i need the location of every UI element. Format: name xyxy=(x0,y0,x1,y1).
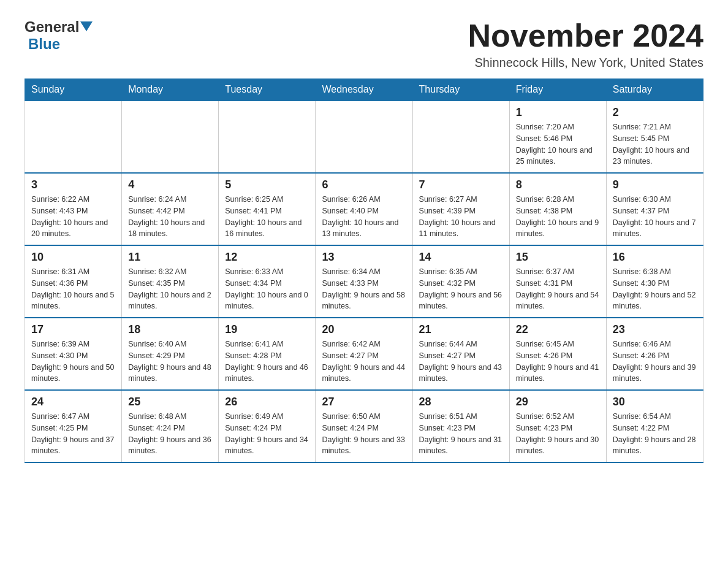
calendar-day-header: Monday xyxy=(122,79,219,101)
calendar-day-cell: 25Sunrise: 6:48 AMSunset: 4:24 PMDayligh… xyxy=(122,390,219,462)
calendar-week-row: 24Sunrise: 6:47 AMSunset: 4:25 PMDayligh… xyxy=(25,390,703,462)
calendar-day-cell xyxy=(219,101,316,173)
day-info: Sunrise: 6:24 AMSunset: 4:42 PMDaylight:… xyxy=(128,194,212,240)
day-info: Sunrise: 6:50 AMSunset: 4:24 PMDaylight:… xyxy=(322,411,406,457)
day-number: 25 xyxy=(128,396,212,408)
day-info: Sunrise: 6:48 AMSunset: 4:24 PMDaylight:… xyxy=(128,411,212,457)
calendar-day-cell: 18Sunrise: 6:40 AMSunset: 4:29 PMDayligh… xyxy=(122,318,219,390)
day-info: Sunrise: 6:44 AMSunset: 4:27 PMDaylight:… xyxy=(419,339,503,385)
day-info: Sunrise: 6:45 AMSunset: 4:26 PMDaylight:… xyxy=(516,339,600,385)
calendar-day-header: Thursday xyxy=(412,79,509,101)
day-number: 6 xyxy=(322,178,406,191)
calendar-day-cell: 5Sunrise: 6:25 AMSunset: 4:41 PMDaylight… xyxy=(219,173,316,245)
calendar-week-row: 1Sunrise: 7:20 AMSunset: 5:46 PMDaylight… xyxy=(25,101,703,173)
calendar-day-cell: 7Sunrise: 6:27 AMSunset: 4:39 PMDaylight… xyxy=(412,173,509,245)
day-info: Sunrise: 6:51 AMSunset: 4:23 PMDaylight:… xyxy=(419,411,503,457)
day-number: 18 xyxy=(128,323,212,336)
day-number: 5 xyxy=(225,178,309,191)
day-number: 7 xyxy=(419,178,503,191)
page-header: General Blue November 2024 Shinnecock Hi… xyxy=(25,18,703,70)
calendar-day-cell: 9Sunrise: 6:30 AMSunset: 4:37 PMDaylight… xyxy=(606,173,703,245)
day-number: 12 xyxy=(225,251,309,264)
calendar-day-cell: 20Sunrise: 6:42 AMSunset: 4:27 PMDayligh… xyxy=(316,318,412,390)
day-info: Sunrise: 6:34 AMSunset: 4:33 PMDaylight:… xyxy=(322,266,406,312)
day-info: Sunrise: 6:28 AMSunset: 4:38 PMDaylight:… xyxy=(516,194,600,240)
calendar-day-header: Sunday xyxy=(25,79,122,101)
calendar-week-row: 10Sunrise: 6:31 AMSunset: 4:36 PMDayligh… xyxy=(25,245,703,318)
calendar-day-cell: 8Sunrise: 6:28 AMSunset: 4:38 PMDaylight… xyxy=(509,173,606,245)
day-info: Sunrise: 6:40 AMSunset: 4:29 PMDaylight:… xyxy=(128,339,212,385)
day-number: 2 xyxy=(613,106,697,119)
day-number: 22 xyxy=(516,323,600,336)
calendar-day-cell: 16Sunrise: 6:38 AMSunset: 4:30 PMDayligh… xyxy=(606,245,703,318)
calendar-day-cell: 28Sunrise: 6:51 AMSunset: 4:23 PMDayligh… xyxy=(412,390,509,462)
day-info: Sunrise: 7:21 AMSunset: 5:45 PMDaylight:… xyxy=(613,121,697,167)
day-number: 4 xyxy=(128,178,212,191)
calendar-day-cell: 23Sunrise: 6:46 AMSunset: 4:26 PMDayligh… xyxy=(606,318,703,390)
day-info: Sunrise: 6:22 AMSunset: 4:43 PMDaylight:… xyxy=(31,194,115,240)
calendar-day-cell: 27Sunrise: 6:50 AMSunset: 4:24 PMDayligh… xyxy=(316,390,412,462)
day-info: Sunrise: 6:32 AMSunset: 4:35 PMDaylight:… xyxy=(128,266,212,312)
day-number: 15 xyxy=(516,251,600,264)
day-number: 21 xyxy=(419,323,503,336)
logo-blue-text: Blue xyxy=(28,36,60,53)
calendar-day-cell: 22Sunrise: 6:45 AMSunset: 4:26 PMDayligh… xyxy=(509,318,606,390)
calendar-day-header: Wednesday xyxy=(316,79,412,101)
svg-marker-0 xyxy=(80,21,93,31)
location-title: Shinnecock Hills, New York, United State… xyxy=(468,56,703,70)
day-number: 30 xyxy=(613,396,697,408)
calendar-day-cell: 17Sunrise: 6:39 AMSunset: 4:30 PMDayligh… xyxy=(25,318,122,390)
day-info: Sunrise: 6:41 AMSunset: 4:28 PMDaylight:… xyxy=(225,339,309,385)
day-number: 9 xyxy=(613,178,697,191)
calendar-day-header: Friday xyxy=(509,79,606,101)
day-number: 28 xyxy=(419,396,503,408)
calendar-day-cell: 10Sunrise: 6:31 AMSunset: 4:36 PMDayligh… xyxy=(25,245,122,318)
calendar-day-cell: 3Sunrise: 6:22 AMSunset: 4:43 PMDaylight… xyxy=(25,173,122,245)
day-number: 23 xyxy=(613,323,697,336)
calendar-day-cell: 4Sunrise: 6:24 AMSunset: 4:42 PMDaylight… xyxy=(122,173,219,245)
day-number: 10 xyxy=(31,251,115,264)
day-number: 26 xyxy=(225,396,309,408)
calendar-day-cell: 12Sunrise: 6:33 AMSunset: 4:34 PMDayligh… xyxy=(219,245,316,318)
day-number: 3 xyxy=(31,178,115,191)
day-info: Sunrise: 6:30 AMSunset: 4:37 PMDaylight:… xyxy=(613,194,697,240)
calendar-day-cell: 15Sunrise: 6:37 AMSunset: 4:31 PMDayligh… xyxy=(509,245,606,318)
day-info: Sunrise: 6:54 AMSunset: 4:22 PMDaylight:… xyxy=(613,411,697,457)
calendar-day-cell: 30Sunrise: 6:54 AMSunset: 4:22 PMDayligh… xyxy=(606,390,703,462)
day-number: 29 xyxy=(516,396,600,408)
day-info: Sunrise: 6:33 AMSunset: 4:34 PMDaylight:… xyxy=(225,266,309,312)
day-info: Sunrise: 6:27 AMSunset: 4:39 PMDaylight:… xyxy=(419,194,503,240)
calendar-day-cell: 24Sunrise: 6:47 AMSunset: 4:25 PMDayligh… xyxy=(25,390,122,462)
day-info: Sunrise: 6:25 AMSunset: 4:41 PMDaylight:… xyxy=(225,194,309,240)
calendar-header-row: SundayMondayTuesdayWednesdayThursdayFrid… xyxy=(25,79,703,101)
calendar-day-header: Tuesday xyxy=(219,79,316,101)
calendar-day-cell: 11Sunrise: 6:32 AMSunset: 4:35 PMDayligh… xyxy=(122,245,219,318)
day-info: Sunrise: 6:47 AMSunset: 4:25 PMDaylight:… xyxy=(31,411,115,457)
day-number: 1 xyxy=(516,106,600,119)
calendar-week-row: 3Sunrise: 6:22 AMSunset: 4:43 PMDaylight… xyxy=(25,173,703,245)
calendar-day-cell xyxy=(25,101,122,173)
day-number: 17 xyxy=(31,323,115,336)
calendar-week-row: 17Sunrise: 6:39 AMSunset: 4:30 PMDayligh… xyxy=(25,318,703,390)
day-info: Sunrise: 6:37 AMSunset: 4:31 PMDaylight:… xyxy=(516,266,600,312)
calendar-day-cell: 19Sunrise: 6:41 AMSunset: 4:28 PMDayligh… xyxy=(219,318,316,390)
day-info: Sunrise: 6:42 AMSunset: 4:27 PMDaylight:… xyxy=(322,339,406,385)
day-number: 11 xyxy=(128,251,212,264)
day-number: 27 xyxy=(322,396,406,408)
day-info: Sunrise: 6:39 AMSunset: 4:30 PMDaylight:… xyxy=(31,339,115,385)
day-number: 13 xyxy=(322,251,406,264)
day-info: Sunrise: 6:49 AMSunset: 4:24 PMDaylight:… xyxy=(225,411,309,457)
calendar-day-cell xyxy=(316,101,412,173)
day-info: Sunrise: 6:38 AMSunset: 4:30 PMDaylight:… xyxy=(613,266,697,312)
calendar-day-cell xyxy=(412,101,509,173)
calendar-day-cell: 6Sunrise: 6:26 AMSunset: 4:40 PMDaylight… xyxy=(316,173,412,245)
day-number: 14 xyxy=(419,251,503,264)
day-info: Sunrise: 6:46 AMSunset: 4:26 PMDaylight:… xyxy=(613,339,697,385)
calendar-day-cell: 26Sunrise: 6:49 AMSunset: 4:24 PMDayligh… xyxy=(219,390,316,462)
calendar-day-header: Saturday xyxy=(606,79,703,101)
day-info: Sunrise: 6:52 AMSunset: 4:23 PMDaylight:… xyxy=(516,411,600,457)
calendar-day-cell: 2Sunrise: 7:21 AMSunset: 5:45 PMDaylight… xyxy=(606,101,703,173)
logo-general-text: General xyxy=(25,18,79,36)
calendar-day-cell xyxy=(122,101,219,173)
day-info: Sunrise: 6:31 AMSunset: 4:36 PMDaylight:… xyxy=(31,266,115,312)
